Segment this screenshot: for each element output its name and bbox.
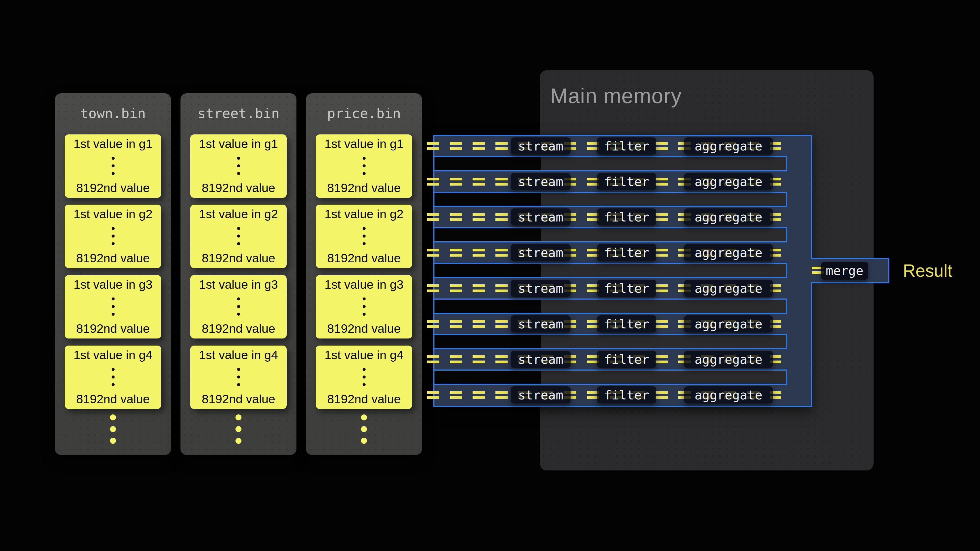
stream-operator: stream <box>511 208 571 225</box>
values-ellipsis-icon <box>111 368 115 386</box>
row-group-card: 1st value in g3 8192nd value <box>65 275 161 338</box>
lane-separator <box>433 156 787 171</box>
values-ellipsis-icon <box>363 368 366 386</box>
group-last-value: 8192nd value <box>76 181 150 195</box>
group-first-value: 1st value in g2 <box>199 207 278 221</box>
merge-band: merge <box>811 258 889 283</box>
row-group-card: 1st value in g1 8192nd value <box>190 134 286 198</box>
aggregate-operator: aggregate <box>684 315 773 332</box>
pipeline-lane: stream filter aggregate <box>427 384 781 406</box>
stream-operator: stream <box>511 244 571 261</box>
values-ellipsis-icon <box>111 227 115 245</box>
group-last-value: 8192nd value <box>202 392 275 406</box>
aggregate-operator: aggregate <box>684 351 773 368</box>
stream-operator: stream <box>511 280 571 297</box>
group-last-value: 8192nd value <box>76 251 150 265</box>
row-group-card: 1st value in g1 8192nd value <box>65 134 161 198</box>
group-first-value: 1st value in g4 <box>73 348 153 362</box>
group-last-value: 8192nd value <box>76 392 150 406</box>
row-group-card: 1st value in g4 8192nd value <box>316 346 412 409</box>
filter-operator: filter <box>597 137 656 154</box>
memory-title: Main memory <box>550 84 873 108</box>
lane-separator <box>433 334 787 349</box>
file-name-label: town.bin <box>55 106 171 122</box>
group-first-value: 1st value in g3 <box>199 278 278 291</box>
group-last-value: 8192nd value <box>202 181 275 195</box>
pipeline-lane: stream filter aggregate <box>427 206 781 228</box>
diagram-canvas: Main memory merge Result town.bin 1st va… <box>0 0 980 551</box>
more-groups-ellipsis-icon <box>180 414 296 444</box>
row-group-card: 1st value in g4 8192nd value <box>65 346 161 409</box>
row-group-card: 1st value in g3 8192nd value <box>190 275 286 338</box>
filter-operator: filter <box>597 244 656 261</box>
more-groups-ellipsis-icon <box>55 414 171 444</box>
row-group-card: 1st value in g3 8192nd value <box>316 275 412 338</box>
group-first-value: 1st value in g3 <box>325 278 403 291</box>
aggregate-operator: aggregate <box>684 137 773 154</box>
filter-operator: filter <box>597 280 656 297</box>
lane-separator <box>433 192 787 207</box>
row-group-card: 1st value in g2 8192nd value <box>65 205 161 268</box>
group-last-value: 8192nd value <box>76 322 150 335</box>
group-last-value: 8192nd value <box>327 181 401 195</box>
lane-separator <box>433 370 787 385</box>
group-last-value: 8192nd value <box>202 322 275 335</box>
pipeline-lane: stream filter aggregate <box>427 135 781 157</box>
group-first-value: 1st value in g1 <box>325 137 403 151</box>
values-ellipsis-icon <box>111 297 115 316</box>
filter-operator: filter <box>597 315 656 332</box>
row-group-card: 1st value in g2 8192nd value <box>190 205 286 268</box>
row-group-card: 1st value in g1 8192nd value <box>316 134 412 198</box>
row-group-card: 1st value in g4 8192nd value <box>190 346 286 409</box>
stream-operator: stream <box>511 386 571 403</box>
aggregate-operator: aggregate <box>684 244 773 261</box>
aggregate-operator: aggregate <box>684 173 773 190</box>
group-first-value: 1st value in g2 <box>325 207 403 221</box>
merge-operator: merge <box>821 262 868 280</box>
group-first-value: 1st value in g1 <box>199 137 278 151</box>
stream-operator: stream <box>511 137 571 154</box>
pipeline-lane: stream filter aggregate <box>427 170 781 193</box>
filter-operator: filter <box>597 386 656 403</box>
more-groups-ellipsis-icon <box>306 414 422 444</box>
values-ellipsis-icon <box>237 157 240 175</box>
aggregate-operator: aggregate <box>684 280 773 297</box>
group-first-value: 1st value in g1 <box>73 137 153 151</box>
values-ellipsis-icon <box>111 157 115 175</box>
group-last-value: 8192nd value <box>202 251 275 265</box>
values-ellipsis-icon <box>363 297 366 316</box>
lane-separator <box>433 227 787 243</box>
pipeline-lane: stream filter aggregate <box>427 277 781 300</box>
filter-operator: filter <box>597 173 656 190</box>
group-last-value: 8192nd value <box>327 322 401 335</box>
values-ellipsis-icon <box>237 297 240 316</box>
aggregate-operator: aggregate <box>684 208 773 225</box>
pipeline-lane: stream filter aggregate <box>427 348 781 371</box>
values-ellipsis-icon <box>237 227 240 245</box>
filter-operator: filter <box>597 208 656 225</box>
filter-operator: filter <box>597 351 656 368</box>
aggregate-operator: aggregate <box>684 386 773 403</box>
stream-operator: stream <box>511 315 571 332</box>
values-ellipsis-icon <box>363 227 366 245</box>
file-panel-town: town.bin 1st value in g1 8192nd value 1s… <box>55 93 171 455</box>
row-group-card: 1st value in g2 8192nd value <box>316 205 412 268</box>
group-last-value: 8192nd value <box>327 251 401 265</box>
result-label: Result <box>903 258 952 283</box>
stream-operator: stream <box>511 173 571 190</box>
lane-separator <box>433 299 787 314</box>
lane-separator <box>433 263 787 278</box>
group-first-value: 1st value in g3 <box>73 278 153 291</box>
group-first-value: 1st value in g4 <box>199 348 278 362</box>
stream-operator: stream <box>511 351 571 368</box>
pipeline-lane: stream filter aggregate <box>427 313 781 335</box>
file-panel-price: price.bin 1st value in g1 8192nd value 1… <box>306 93 422 455</box>
file-panel-street: street.bin 1st value in g1 8192nd value … <box>180 93 296 455</box>
group-first-value: 1st value in g4 <box>325 348 403 362</box>
file-name-label: price.bin <box>306 106 422 122</box>
group-first-value: 1st value in g2 <box>73 207 153 221</box>
values-ellipsis-icon <box>237 368 240 386</box>
group-last-value: 8192nd value <box>327 392 401 406</box>
pipeline-lane: stream filter aggregate <box>427 241 781 264</box>
file-name-label: street.bin <box>180 106 296 122</box>
